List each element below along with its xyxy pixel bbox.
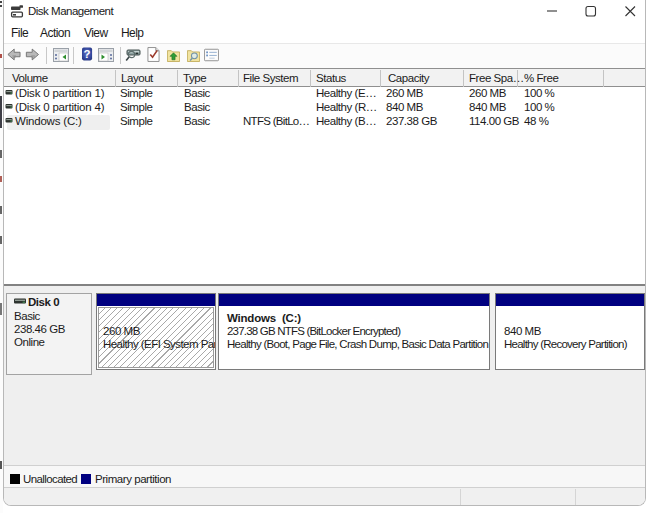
svg-text:?: ? [84, 48, 91, 60]
